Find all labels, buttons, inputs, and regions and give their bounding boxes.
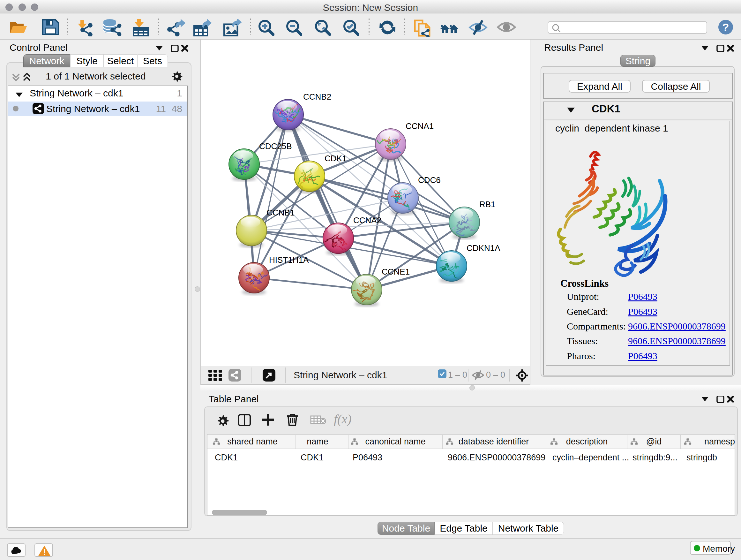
svg-text:CCNA1: CCNA1	[406, 121, 434, 131]
svg-text:CCNB2: CCNB2	[303, 92, 331, 102]
svg-text:CCNE1: CCNE1	[382, 267, 410, 276]
svg-text:CDC6: CDC6	[418, 175, 441, 185]
svg-text:CDKN1A: CDKN1A	[467, 243, 500, 253]
svg-text:HIST1H1A: HIST1H1A	[269, 255, 309, 265]
svg-text:CDK1: CDK1	[325, 153, 347, 163]
svg-text:CCNA2: CCNA2	[353, 215, 381, 225]
svg-text:RB1: RB1	[479, 199, 495, 209]
svg-text:CCNB1: CCNB1	[266, 208, 294, 217]
svg-text:CDC25B: CDC25B	[259, 141, 292, 151]
